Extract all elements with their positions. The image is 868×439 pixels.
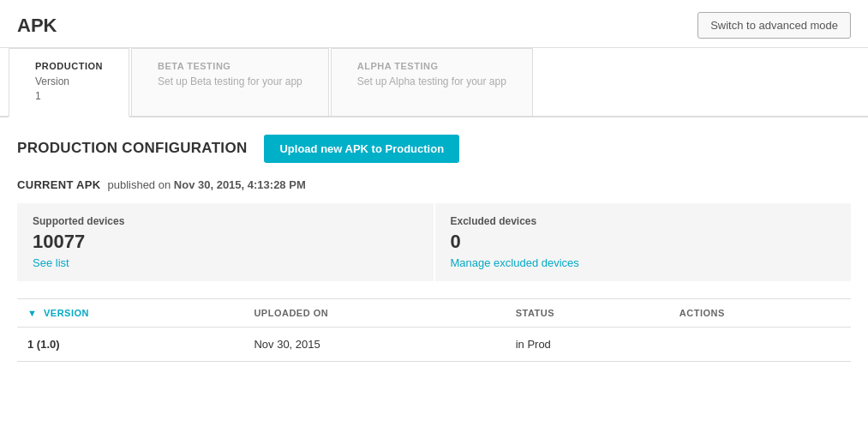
published-text: published on Nov 30, 2015, 4:13:28 PM <box>107 178 305 191</box>
current-apk-row: CURRENT APK published on Nov 30, 2015, 4… <box>17 178 851 191</box>
current-apk-label: CURRENT APK <box>17 178 100 191</box>
device-stats: Supported devices 10077 See list Exclude… <box>17 203 851 281</box>
col-header-actions: ACTIONS <box>669 298 851 327</box>
tab-alpha-subtitle: Set up Alpha testing for your app <box>357 75 506 89</box>
table-header-row: ▼ VERSION UPLOADED ON STATUS ACTIONS <box>17 298 851 327</box>
cell-uploaded-on: Nov 30, 2015 <box>243 327 505 361</box>
section-title: PRODUCTION CONFIGURATION <box>17 140 247 157</box>
supported-devices-box: Supported devices 10077 See list <box>17 203 434 281</box>
sort-arrow-icon: ▼ <box>27 308 37 318</box>
supported-devices-label: Supported devices <box>33 215 418 227</box>
tab-alpha-title: ALPHA TESTING <box>357 61 506 71</box>
advanced-mode-button[interactable]: Switch to advanced mode <box>697 12 851 39</box>
page-title: APK <box>17 15 57 37</box>
manage-excluded-devices-link[interactable]: Manage excluded devices <box>451 256 579 269</box>
tabs-container: PRODUCTION Version 1 BETA TESTING Set up… <box>0 48 868 117</box>
cell-version: 1 (1.0) <box>17 327 243 361</box>
section-header: PRODUCTION CONFIGURATION Upload new APK … <box>17 135 851 163</box>
excluded-devices-label: Excluded devices <box>451 215 836 227</box>
page-wrapper: APK Switch to advanced mode PRODUCTION V… <box>0 0 868 439</box>
excluded-devices-box: Excluded devices 0 Manage excluded devic… <box>435 203 852 281</box>
supported-devices-value: 10077 <box>33 231 418 253</box>
tab-beta-title: BETA TESTING <box>158 61 302 71</box>
tab-beta-subtitle: Set up Beta testing for your app <box>158 75 302 89</box>
cell-actions <box>669 327 851 361</box>
tab-production-title: PRODUCTION <box>35 61 103 71</box>
tab-production[interactable]: PRODUCTION Version 1 <box>9 48 129 117</box>
tab-production-subtitle: Version 1 <box>35 75 103 104</box>
header: APK Switch to advanced mode <box>0 0 868 48</box>
upload-apk-button[interactable]: Upload new APK to Production <box>264 135 459 163</box>
table-row: 1 (1.0) Nov 30, 2015 in Prod <box>17 327 851 361</box>
tab-alpha[interactable]: ALPHA TESTING Set up Alpha testing for y… <box>331 48 533 116</box>
main-content: PRODUCTION CONFIGURATION Upload new APK … <box>0 117 868 362</box>
apk-table: ▼ VERSION UPLOADED ON STATUS ACTIONS 1 <box>17 298 851 362</box>
tab-beta[interactable]: BETA TESTING Set up Beta testing for you… <box>131 48 329 116</box>
cell-status: in Prod <box>506 327 669 361</box>
col-header-status: STATUS <box>506 298 669 327</box>
excluded-devices-value: 0 <box>451 231 836 253</box>
see-list-link[interactable]: See list <box>33 256 69 269</box>
col-header-version[interactable]: ▼ VERSION <box>17 298 243 327</box>
col-header-uploaded-on: UPLOADED ON <box>243 298 505 327</box>
